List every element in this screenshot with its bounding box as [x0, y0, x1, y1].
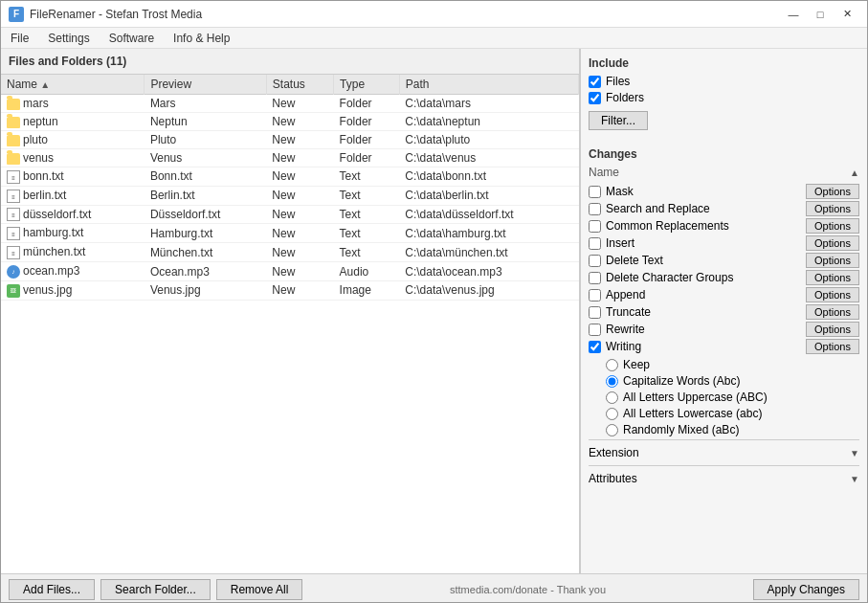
- change-checkbox-1[interactable]: [589, 203, 601, 215]
- writing-radio-0[interactable]: [606, 359, 618, 371]
- txt-icon: ≡: [7, 208, 20, 221]
- change-checkbox-3[interactable]: [589, 237, 601, 250]
- options-button-1[interactable]: Options: [806, 201, 859, 216]
- change-checkbox-9[interactable]: [589, 341, 601, 353]
- table-row[interactable]: ≡hamburg.txtHamburg.txtNewTextC:\data\ha…: [1, 224, 579, 243]
- writing-option-label-3: All Letters Lowercase (abc): [623, 407, 762, 420]
- change-checkbox-8[interactable]: [589, 324, 601, 336]
- writing-option-label-4: Randomly Mixed (aBc): [623, 423, 739, 436]
- table-row[interactable]: neptunNeptunNewFolderC:\data\neptun: [1, 113, 579, 131]
- folders-checkbox[interactable]: [589, 92, 601, 104]
- txt-icon: ≡: [7, 246, 20, 259]
- search-folder-button[interactable]: Search Folder...: [100, 579, 211, 600]
- remove-all-button[interactable]: Remove All: [216, 579, 303, 600]
- col-type[interactable]: Type: [334, 75, 400, 95]
- table-row[interactable]: ≡münchen.txtMünchen.txtNewTextC:\data\mü…: [1, 243, 579, 262]
- window-title: FileRenamer - Stefan Trost Media: [30, 8, 202, 21]
- files-checkbox[interactable]: [589, 76, 601, 88]
- change-label-0: Mask: [606, 185, 634, 198]
- table-row[interactable]: venusVenusNewFolderC:\data\venus: [1, 149, 579, 168]
- change-label-2: Common Replacements: [606, 219, 729, 233]
- writing-option-1: Capitalize Words (Abc): [606, 374, 859, 388]
- jpg-icon: 🖼: [7, 284, 20, 298]
- main-container: Files and Folders (11) Name ▲ Preview St…: [1, 49, 867, 573]
- change-row-insert: InsertOptions: [589, 235, 859, 251]
- menu-bar: File Settings Software Info & Help: [1, 28, 867, 49]
- col-path[interactable]: Path: [399, 75, 578, 95]
- change-row-rewrite: RewriteOptions: [589, 322, 859, 337]
- change-checkbox-4[interactable]: [589, 255, 601, 267]
- change-checkbox-7[interactable]: [589, 306, 601, 319]
- options-button-3[interactable]: Options: [806, 235, 859, 251]
- file-table: Name ▲ Preview Status Type Path marsMars…: [1, 75, 579, 573]
- writing-radio-1[interactable]: [606, 375, 618, 388]
- writing-option-0: Keep: [606, 358, 859, 371]
- extension-label: Extension: [589, 446, 639, 459]
- close-button[interactable]: ✕: [835, 5, 859, 24]
- writing-radio-3[interactable]: [606, 408, 618, 420]
- change-checkbox-6[interactable]: [589, 289, 601, 302]
- folder-icon: [7, 153, 20, 165]
- change-label-1: Search and Replace: [606, 202, 710, 215]
- changes-rows: MaskOptionsSearch and ReplaceOptionsComm…: [589, 184, 859, 436]
- txt-icon: ≡: [7, 227, 20, 240]
- changes-name-header: Name ▲: [589, 166, 859, 179]
- options-button-0[interactable]: Options: [806, 184, 859, 199]
- writing-options: KeepCapitalize Words (Abc)All Letters Up…: [589, 358, 859, 436]
- window-controls: — □ ✕: [781, 5, 859, 24]
- change-checkbox-5[interactable]: [589, 272, 601, 284]
- folders-checkbox-row: Folders: [589, 91, 859, 104]
- extension-arrow: ▼: [850, 448, 859, 458]
- col-status[interactable]: Status: [266, 75, 333, 95]
- options-button-2[interactable]: Options: [806, 218, 859, 234]
- folder-icon: [7, 99, 20, 110]
- changes-title: Changes: [589, 147, 859, 161]
- include-title: Include: [589, 56, 859, 70]
- folders-label: Folders: [606, 91, 644, 104]
- col-name[interactable]: Name ▲: [1, 75, 145, 95]
- writing-radio-2[interactable]: [606, 391, 618, 404]
- menu-info-help[interactable]: Info & Help: [164, 30, 239, 47]
- options-button-9[interactable]: Options: [806, 339, 859, 354]
- extension-section[interactable]: Extension ▼: [589, 439, 859, 465]
- table-row[interactable]: ≡bonn.txtBonn.txtNewTextC:\data\bonn.txt: [1, 168, 579, 187]
- col-preview[interactable]: Preview: [145, 75, 266, 95]
- writing-radio-4[interactable]: [606, 424, 618, 436]
- change-label-5: Delete Character Groups: [606, 271, 733, 284]
- files-panel: Files and Folders (11) Name ▲ Preview St…: [1, 49, 580, 573]
- maximize-button[interactable]: □: [808, 5, 833, 24]
- menu-software[interactable]: Software: [100, 30, 164, 47]
- change-row-truncate: TruncateOptions: [589, 304, 859, 320]
- table-row[interactable]: ≡berlin.txtBerlin.txtNewTextC:\data\berl…: [1, 186, 579, 205]
- menu-settings[interactable]: Settings: [38, 30, 99, 47]
- change-checkbox-0[interactable]: [589, 186, 601, 198]
- menu-file[interactable]: File: [1, 30, 38, 47]
- files-checkbox-row: Files: [589, 75, 859, 88]
- apply-changes-button[interactable]: Apply Changes: [753, 579, 859, 600]
- options-button-5[interactable]: Options: [806, 270, 859, 285]
- change-row-writing: WritingOptions: [589, 339, 859, 354]
- minimize-button[interactable]: —: [781, 5, 806, 24]
- options-button-8[interactable]: Options: [806, 322, 859, 337]
- txt-icon: ≡: [7, 190, 20, 203]
- options-button-7[interactable]: Options: [806, 304, 859, 320]
- options-button-4[interactable]: Options: [806, 253, 859, 268]
- options-button-6[interactable]: Options: [806, 287, 859, 302]
- attributes-section[interactable]: Attributes ▼: [589, 465, 859, 491]
- filter-button[interactable]: Filter...: [589, 111, 648, 130]
- table-row[interactable]: marsMarsNewFolderC:\data\mars: [1, 95, 579, 113]
- table-row[interactable]: ♪ocean.mp3Ocean.mp3NewAudioC:\data\ocean…: [1, 262, 579, 281]
- bottom-bar: Add Files... Search Folder... Remove All…: [1, 573, 867, 603]
- change-row-append: AppendOptions: [589, 287, 859, 302]
- table-row[interactable]: 🖼venus.jpgVenus.jpgNewImageC:\data\venus…: [1, 280, 579, 300]
- writing-option-3: All Letters Lowercase (abc): [606, 407, 859, 420]
- change-row-common-replacements: Common ReplacementsOptions: [589, 218, 859, 234]
- table-row[interactable]: ≡düsseldorf.txtDüsseldorf.txtNewTextC:\d…: [1, 205, 579, 224]
- files-panel-header: Files and Folders (11): [1, 49, 579, 75]
- add-files-button[interactable]: Add Files...: [9, 579, 95, 600]
- change-row-search-and-replace: Search and ReplaceOptions: [589, 201, 859, 216]
- change-checkbox-2[interactable]: [589, 220, 601, 233]
- change-row-mask: MaskOptions: [589, 184, 859, 199]
- change-label-9: Writing: [606, 340, 641, 353]
- table-row[interactable]: plutoPlutoNewFolderC:\data\pluto: [1, 131, 579, 149]
